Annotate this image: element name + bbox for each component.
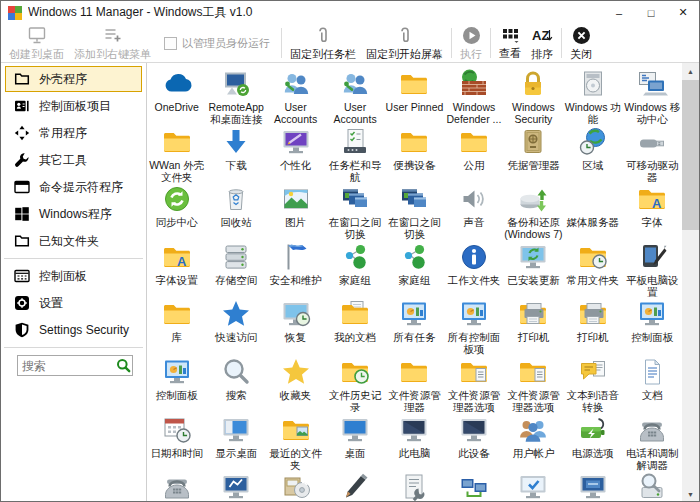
pin-start-button[interactable]: 固定到开始屏幕 [361, 24, 448, 62]
grid-item[interactable]: 索引选项 [623, 471, 682, 502]
grid-item[interactable]: 平板电脑设置 [623, 241, 682, 299]
scrollbar-track[interactable] [682, 80, 699, 486]
grid-item[interactable]: User Accounts [325, 68, 384, 126]
grid-item[interactable]: 凭据管理器 [504, 126, 563, 184]
grid-item[interactable]: 在窗口之间切换 [325, 183, 384, 241]
grid-item[interactable]: 便携设备 [385, 126, 444, 184]
sidebar-item[interactable]: 外壳程序 [5, 66, 142, 92]
grid-item[interactable]: 此电脑 [385, 414, 444, 472]
close-button[interactable]: 关闭 [565, 24, 597, 62]
grid-item[interactable]: 常用文件夹 [563, 241, 622, 299]
close-window-button[interactable]: ✕ [667, 1, 699, 24]
grid-item[interactable]: 系统 [504, 471, 563, 502]
grid-item[interactable]: 公用 [444, 126, 503, 184]
sidebar-item[interactable]: 设置 [5, 290, 142, 316]
grid-item[interactable]: 笔和触控 [325, 471, 384, 502]
sidebar-item[interactable]: 常用程序 [5, 120, 142, 146]
grid-item[interactable]: Windows 功能 [563, 68, 622, 126]
scroll-down-icon[interactable]: ▼ [682, 486, 699, 502]
grid-item[interactable]: 收藏夹 [266, 356, 325, 414]
sidebar-item[interactable]: Windows程序 [5, 201, 142, 227]
grid-item[interactable]: 回收站 [206, 183, 265, 241]
grid-item[interactable]: 所有控制面板项 [444, 298, 503, 356]
grid-item[interactable]: 媒体服务器 [563, 183, 622, 241]
grid-item[interactable]: 已安装更新 [504, 241, 563, 299]
grid-item[interactable]: 同步中心 [147, 183, 206, 241]
sidebar-item[interactable]: 控制面板项目 [5, 93, 142, 119]
search-input[interactable] [18, 359, 114, 373]
grid-item[interactable]: 显示桌面 [206, 414, 265, 472]
grid-item[interactable]: 备份和还原 (Windows 7) [504, 183, 563, 241]
grid-item[interactable]: 最近的文件夹 [266, 414, 325, 472]
sort-button[interactable]: AZ 排序 [526, 24, 558, 62]
grid-item[interactable]: 电源选项 [563, 414, 622, 472]
grid-item[interactable]: 控制面板 [147, 356, 206, 414]
sidebar-item[interactable]: Settings Security [5, 317, 142, 343]
grid-item[interactable]: 个性化 [266, 126, 325, 184]
grid-item[interactable]: OneDrive [147, 68, 206, 126]
maximize-button[interactable]: □ [635, 1, 667, 24]
grid-item[interactable]: 声音 [444, 183, 503, 241]
grid-item[interactable]: User Pinned [385, 68, 444, 126]
grid-item[interactable]: 我的文档 [325, 298, 384, 356]
grid-item[interactable]: 可移动驱动器 [623, 126, 682, 184]
grid-item[interactable]: 恢复 [266, 298, 325, 356]
grid-item[interactable]: 文件资源管理器选项 [444, 356, 503, 414]
sidebar-item[interactable]: 命令提示符程序 [5, 174, 142, 200]
scrollbar-thumb[interactable] [682, 80, 699, 230]
grid-item[interactable]: 程序和功能 [266, 471, 325, 502]
sidebar-item[interactable]: 控制面板 [5, 263, 142, 289]
grid-item[interactable]: WWan 外壳文件夹 [147, 126, 206, 184]
grid-item[interactable]: 打印机 [504, 298, 563, 356]
grid-item[interactable]: 桌面 [325, 414, 384, 472]
grid-item[interactable]: 文件资源管理器选项 [504, 356, 563, 414]
grid-item[interactable]: 控制面板 [623, 298, 682, 356]
search-box[interactable] [17, 355, 133, 376]
grid-item[interactable]: 用户帐户 [504, 414, 563, 472]
grid-item[interactable]: 图片 [266, 183, 325, 241]
search-icon[interactable] [114, 357, 132, 375]
grid-item[interactable]: Windows 移动中心 [623, 68, 682, 126]
grid-item[interactable]: 存储空间 [206, 241, 265, 299]
grid-item[interactable]: 疑难解答 [206, 471, 265, 502]
grid-item[interactable]: 电话和调制解调器 [147, 471, 206, 502]
grid-item[interactable]: 家庭组 [325, 241, 384, 299]
grid-item[interactable]: 文本到语音转换 [563, 356, 622, 414]
grid-item[interactable]: 在窗口之间切换 [385, 183, 444, 241]
minimize-button[interactable]: – [603, 1, 635, 24]
create-desktop-button[interactable]: 创建到桌面 [4, 24, 69, 62]
grid-item[interactable]: 管理无线网络 [444, 471, 503, 502]
grid-item[interactable]: A字体 [623, 183, 682, 241]
grid-item[interactable]: A字体设置 [147, 241, 206, 299]
grid-item[interactable]: 打印机 [563, 298, 622, 356]
grid-item[interactable]: User Accounts [266, 68, 325, 126]
grid-item[interactable]: 所有任务 [385, 298, 444, 356]
grid-item[interactable]: 此设备 [444, 414, 503, 472]
grid-item[interactable]: Windows Security [504, 68, 563, 126]
grid-item[interactable]: 文件历史记录 [325, 356, 384, 414]
execute-button[interactable]: 执行 [455, 24, 487, 62]
grid-item[interactable]: 区域 [563, 126, 622, 184]
scroll-up-icon[interactable]: ▲ [682, 63, 699, 80]
grid-item[interactable]: RemoteApp 和桌面连接 [206, 68, 265, 126]
grid-item[interactable]: 系统还原 [563, 471, 622, 502]
pin-taskbar-button[interactable]: 固定到任务栏 [285, 24, 361, 62]
grid-item[interactable]: 安全和维护 [266, 241, 325, 299]
grid-item[interactable]: 家庭组 [385, 241, 444, 299]
grid-item[interactable]: 搜索 [206, 356, 265, 414]
grid-item[interactable]: 文档 [623, 356, 682, 414]
sidebar-item[interactable]: 其它工具 [5, 147, 142, 173]
grid-item[interactable]: 库 [147, 298, 206, 356]
add-context-menu-button[interactable]: 添加到右键菜单 [69, 24, 156, 62]
grid-item[interactable]: 下载 [206, 126, 265, 184]
sidebar-item[interactable]: 已知文件夹 [5, 228, 142, 254]
grid-item[interactable]: 工作文件夹 [444, 241, 503, 299]
grid-item[interactable]: 快速访问 [206, 298, 265, 356]
grid-item[interactable]: Windows Defender ... [444, 68, 503, 126]
grid-item[interactable]: 电话和调制解调器 [623, 414, 682, 472]
grid-item[interactable]: 日期和时间 [147, 414, 206, 472]
grid-item[interactable]: 文件资源管理器 [385, 356, 444, 414]
view-button[interactable]: 查看 [494, 24, 526, 62]
vertical-scrollbar[interactable]: ▲ ▼ [682, 63, 699, 502]
grid-item[interactable]: 任务栏和导航 [325, 126, 384, 184]
